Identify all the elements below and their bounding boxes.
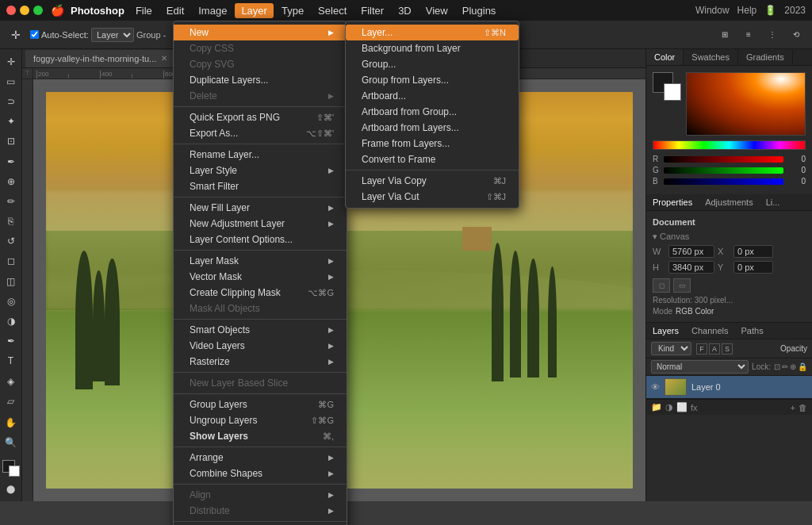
- menu-combine-shapes[interactable]: Combine Shapes: [174, 466, 347, 481]
- hue-slider[interactable]: [653, 140, 806, 150]
- distribute-icon[interactable]: ⋮: [763, 25, 782, 44]
- tab-gradients[interactable]: Gradients: [738, 49, 793, 65]
- menu-layer-style[interactable]: Layer Style: [174, 163, 347, 178]
- b-slider[interactable]: [664, 178, 783, 185]
- menu-show-layers[interactable]: Show Layers ⌘,: [174, 428, 347, 444]
- menu-3d[interactable]: 3D: [392, 3, 418, 18]
- quick-mask-icon[interactable]: ⬤: [2, 480, 21, 498]
- menu-select[interactable]: Select: [312, 3, 353, 18]
- align-icon[interactable]: ≡: [739, 25, 758, 44]
- lock-art-icon[interactable]: ⊕: [790, 362, 796, 371]
- submenu-group-from-layers[interactable]: Group from Layers...: [346, 72, 519, 88]
- lock-paint-icon[interactable]: ✏: [782, 362, 788, 371]
- tab-paths[interactable]: Paths: [735, 323, 770, 339]
- tab-swatches[interactable]: Swatches: [684, 49, 738, 65]
- layer-visibility-icon[interactable]: 👁: [651, 382, 660, 392]
- layer-mask-icon[interactable]: ⬜: [676, 402, 688, 412]
- magic-wand-tool[interactable]: ✦: [2, 113, 21, 131]
- apple-menu[interactable]: 🍎: [51, 4, 64, 17]
- 3d-rotate-icon[interactable]: ⟲: [787, 25, 806, 44]
- menu-layer[interactable]: Layer: [235, 3, 274, 18]
- layer-item[interactable]: 👁 Layer 0: [646, 376, 812, 399]
- portrait-icon[interactable]: ◻: [653, 278, 670, 293]
- menu-rasterize[interactable]: Rasterize: [174, 354, 347, 370]
- layer-effects-icon[interactable]: fx: [691, 403, 698, 412]
- menu-new[interactable]: New: [174, 25, 347, 40]
- move-tool-icon[interactable]: ✛: [6, 25, 25, 44]
- path-tool[interactable]: ◈: [2, 372, 21, 390]
- foreground-bg-colors[interactable]: [2, 460, 20, 477]
- menu-type[interactable]: Type: [275, 3, 310, 18]
- submenu-layer-via-cut[interactable]: Layer Via Cut ⇧⌘J: [346, 189, 519, 205]
- selection-tool[interactable]: ▭: [2, 72, 21, 90]
- menu-edit[interactable]: Edit: [160, 3, 190, 18]
- gradient-tool[interactable]: ◫: [2, 272, 21, 290]
- menu-rename-layer[interactable]: Rename Layer...: [174, 147, 347, 163]
- auto-select-dropdown[interactable]: Layer: [91, 28, 134, 42]
- background-color[interactable]: [664, 83, 681, 101]
- tab-close-icon[interactable]: ✕: [161, 54, 167, 63]
- pen-tool[interactable]: ✒: [2, 332, 21, 351]
- eyedropper-tool[interactable]: ✒: [2, 152, 21, 171]
- r-slider[interactable]: [664, 156, 783, 163]
- menu-smart-filter[interactable]: Smart Filter: [174, 178, 347, 194]
- menu-file[interactable]: File: [129, 3, 159, 18]
- submenu-artboard-from-group[interactable]: Artboard from Group...: [346, 104, 519, 120]
- menu-filter[interactable]: Filter: [354, 3, 390, 18]
- tab-channels[interactable]: Channels: [685, 323, 734, 339]
- color-swatches[interactable]: [653, 72, 681, 101]
- eraser-tool[interactable]: ◻: [2, 252, 21, 270]
- menu-view[interactable]: View: [419, 3, 454, 18]
- image-tab[interactable]: foggy-valley-in-the-morning-tu... ✕: [25, 50, 175, 67]
- blur-tool[interactable]: ◎: [2, 292, 21, 310]
- submenu-artboard[interactable]: Artboard...: [346, 88, 519, 104]
- auto-select-checkbox[interactable]: [30, 30, 39, 39]
- menu-layer-content-opts[interactable]: Layer Content Options...: [174, 232, 347, 247]
- menu-arrange[interactable]: Arrange: [174, 450, 347, 466]
- menu-help[interactable]: Help: [737, 5, 757, 16]
- submenu-layer[interactable]: Layer... ⇧⌘N: [346, 25, 519, 40]
- crop-tool[interactable]: ⊡: [2, 132, 21, 151]
- tab-li[interactable]: Li...: [760, 194, 787, 210]
- lock-all-icon[interactable]: 🔒: [798, 362, 807, 371]
- tab-adjustments[interactable]: Adjustments: [699, 194, 760, 210]
- submenu-frame-from-layers[interactable]: Frame from Layers...: [346, 136, 519, 151]
- menu-new-adj-layer[interactable]: New Adjustment Layer: [174, 216, 347, 232]
- layer-filter-smart-icon[interactable]: S: [722, 343, 733, 354]
- submenu-group[interactable]: Group...: [346, 56, 519, 72]
- dodge-tool[interactable]: ◑: [2, 312, 21, 330]
- layer-filter-adj-icon[interactable]: A: [709, 343, 720, 354]
- canvas-height-input[interactable]: [668, 261, 714, 274]
- move-tool[interactable]: ✛: [2, 52, 21, 71]
- menu-plugins[interactable]: Plugins: [456, 3, 503, 18]
- menu-vector-mask[interactable]: Vector Mask: [174, 269, 347, 285]
- menu-export-as[interactable]: Export As... ⌥⇧⌘': [174, 125, 347, 141]
- lasso-tool[interactable]: ⊃: [2, 92, 21, 110]
- blend-mode-select[interactable]: Normal: [651, 360, 749, 374]
- new-fill-adj-icon[interactable]: ◑: [665, 402, 673, 412]
- delete-layer-icon[interactable]: 🗑: [799, 403, 807, 412]
- healing-tool[interactable]: ⊕: [2, 172, 21, 190]
- transform-icon[interactable]: ⊞: [715, 25, 734, 44]
- submenu-bg-from-layer[interactable]: Background from Layer: [346, 40, 519, 56]
- menu-new-fill-layer[interactable]: New Fill Layer: [174, 200, 347, 216]
- menu-image[interactable]: Image: [192, 3, 233, 18]
- layer-kind-select[interactable]: Kind: [651, 342, 691, 355]
- tab-properties[interactable]: Properties: [646, 194, 699, 210]
- shape-tool[interactable]: ▱: [2, 392, 21, 410]
- lock-position-icon[interactable]: ⊡: [774, 362, 780, 371]
- menu-video-layers[interactable]: Video Layers: [174, 338, 347, 354]
- canvas-x-input[interactable]: [733, 245, 773, 258]
- close-button[interactable]: [6, 6, 16, 15]
- menu-clipping-mask[interactable]: Create Clipping Mask ⌥⌘G: [174, 285, 347, 301]
- menu-duplicate-layers[interactable]: Duplicate Layers...: [174, 72, 347, 88]
- history-tool[interactable]: ↺: [2, 232, 21, 251]
- canvas-y-input[interactable]: [733, 261, 773, 274]
- menu-window[interactable]: Window: [695, 5, 730, 16]
- menu-layer-mask[interactable]: Layer Mask: [174, 253, 347, 269]
- color-spectrum[interactable]: [686, 72, 806, 136]
- landscape-icon[interactable]: ▭: [673, 278, 691, 293]
- minimize-button[interactable]: [20, 6, 29, 15]
- clone-tool[interactable]: ⎘: [2, 213, 21, 231]
- tab-color[interactable]: Color: [646, 49, 684, 65]
